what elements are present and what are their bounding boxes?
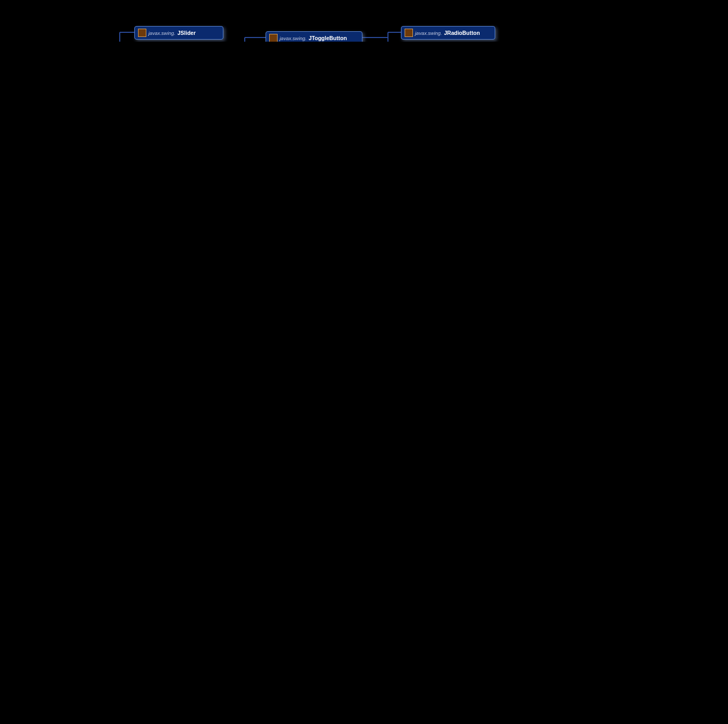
class-icon [405, 29, 413, 37]
class-node-jslider[interactable]: javax.swing.JSlider [134, 26, 223, 40]
class-label: JToggleButton [309, 35, 347, 41]
class-node-jradiobutton[interactable]: javax.swing.JRadioButton [401, 26, 495, 40]
class-label: JSlider [178, 30, 196, 36]
class-icon [138, 29, 146, 37]
class-icon [269, 34, 278, 42]
package-label: javax.swing. [280, 35, 307, 41]
class-label: JRadioButton [444, 30, 480, 36]
package-label: javax.swing. [415, 30, 442, 36]
class-node-jtogglebutton[interactable]: javax.swing.JToggleButton [266, 31, 362, 42]
package-label: javax.swing. [148, 30, 175, 36]
